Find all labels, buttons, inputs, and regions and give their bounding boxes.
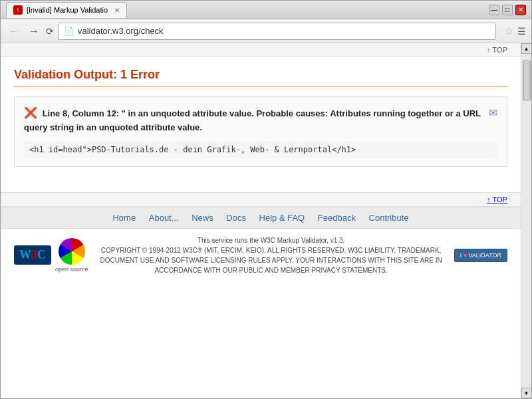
- page-content: ↑ TOP Validation Output: 1 Error ❌ Line …: [1, 43, 531, 398]
- tab-title: [Invalid] Markup Validatio: [27, 6, 108, 14]
- close-button[interactable]: ✕: [515, 5, 526, 15]
- scrollbar-track[interactable]: [522, 54, 531, 388]
- footer-nav-feedback[interactable]: Feedback: [318, 213, 356, 223]
- title-bar: ! [Invalid] Markup Validatio ✕ — □ ✕: [1, 1, 531, 19]
- browser-tab[interactable]: ! [Invalid] Markup Validatio ✕: [6, 2, 127, 18]
- validator-badge-label: I ♥ VALIDATOR: [460, 252, 501, 259]
- footer-nav: Home About... News Docs Help & FAQ Feedb…: [1, 207, 521, 229]
- validation-section: Validation Output: 1 Error ❌ Line 8, Col…: [1, 57, 521, 186]
- navigation-bar: ← → ⟳ 📄 validator.w3.org/check ☆ ☰: [1, 19, 531, 43]
- version-link[interactable]: v1.3: [331, 237, 343, 244]
- tab-favicon: !: [13, 5, 23, 15]
- page-scroll-area: ↑ TOP Validation Output: 1 Error ❌ Line …: [1, 43, 521, 398]
- error-message: ❌ Line 8, Column 12: " in an unquoted at…: [24, 105, 497, 134]
- validation-heading: Validation Output: 1 Error: [14, 68, 507, 87]
- maximize-button[interactable]: □: [502, 5, 513, 15]
- email-icon[interactable]: ✉: [489, 106, 497, 119]
- back-button[interactable]: ←: [6, 24, 22, 39]
- error-icon: ❌: [24, 107, 37, 118]
- opensource-label: open source: [55, 266, 88, 273]
- tab-close-button[interactable]: ✕: [114, 7, 120, 14]
- scrollbar[interactable]: ▲ ▼: [521, 43, 531, 398]
- footer-nav-help[interactable]: Help & FAQ: [259, 213, 305, 223]
- footer-nav-docs[interactable]: Docs: [226, 213, 246, 223]
- address-lock-icon: 📄: [64, 27, 74, 36]
- top-link-bar: ↑ TOP: [1, 43, 521, 57]
- footer-bottom: W3C open source This service runs the W3…: [1, 229, 521, 282]
- copyright-text: COPYRIGHT © 1994-2012 W3C® (MIT, ERCIM, …: [100, 247, 442, 274]
- window-controls: — □ ✕: [489, 5, 526, 15]
- scroll-up-button[interactable]: ▲: [521, 43, 532, 54]
- w3c-badge: W3C: [14, 245, 51, 265]
- footer-text: This service runs the W3C Markup Validat…: [98, 235, 445, 275]
- footer-nav-home[interactable]: Home: [112, 213, 136, 223]
- opensource-icon: [59, 238, 85, 265]
- error-line-info: Line 8, Column 12:: [43, 108, 120, 118]
- top-link-bar-2: ↑ TOP: [1, 192, 521, 207]
- minimize-button[interactable]: —: [489, 5, 499, 15]
- forward-button[interactable]: →: [26, 24, 42, 39]
- url-text: validator.w3.org/check: [78, 26, 164, 36]
- scroll-down-button[interactable]: ▼: [521, 388, 532, 398]
- top-link-2[interactable]: ↑ TOP: [487, 196, 507, 203]
- page-inner: ↑ TOP Validation Output: 1 Error ❌ Line …: [1, 43, 521, 282]
- browser-window: ! [Invalid] Markup Validatio ✕ — □ ✕ ← →…: [0, 0, 532, 399]
- validator-badge[interactable]: I ♥ VALIDATOR: [454, 249, 507, 262]
- error-box: ❌ Line 8, Column 12: " in an unquoted at…: [14, 96, 507, 167]
- heart-icon: ♥: [464, 252, 467, 259]
- top-link[interactable]: ↑ TOP: [487, 46, 507, 54]
- w3c-logo: W3C open source: [14, 238, 88, 273]
- footer-nav-news[interactable]: News: [192, 213, 213, 223]
- refresh-button[interactable]: ⟳: [46, 26, 54, 37]
- footer-nav-about[interactable]: About...: [149, 213, 179, 223]
- footer-nav-contribute[interactable]: Contribute: [369, 213, 409, 223]
- address-bar[interactable]: 📄 validator.w3.org/check: [58, 23, 496, 40]
- scrollbar-thumb[interactable]: [523, 61, 531, 100]
- bookmark-icon[interactable]: ☆: [504, 25, 513, 37]
- service-text: This service runs the W3C Markup Validat…: [198, 237, 329, 244]
- menu-icon[interactable]: ☰: [517, 26, 526, 37]
- error-code: <h1 id=head">PSD-Tutorials.de - dein Gra…: [24, 141, 497, 158]
